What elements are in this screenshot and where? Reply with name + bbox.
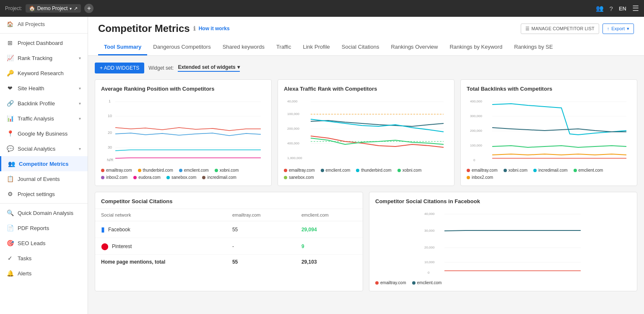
manage-competitor-list-button[interactable]: ☰ MANAGE COMPETITOR LIST	[521, 24, 599, 34]
sidebar-label-project-dashboard: Project Dashboard	[18, 40, 63, 46]
legend-emailtray: emailtray.com	[375, 280, 406, 285]
content-area: + ADD WIDGETS Widget set: Extended set o…	[88, 56, 644, 298]
sidebar-item-quick-domain[interactable]: 🔍 Quick Domain Analysis	[0, 205, 88, 220]
tab-rankings-by-se[interactable]: Rankings by SE	[508, 39, 559, 55]
total-backlinks-svg: 400,000 300,000 200,000 100,000 0	[467, 96, 631, 163]
project-selector[interactable]: 🏠 Demo Project ▾ ↗	[26, 4, 81, 13]
home-icon: 🏠	[7, 21, 13, 27]
keyword-icon: 🔑	[7, 70, 13, 76]
sidebar-label-competitor-metrics: Competitor Metrics	[19, 161, 68, 167]
how-it-works-link[interactable]: How it works	[199, 26, 230, 31]
tab-link-profile[interactable]: Link Profile	[297, 39, 336, 55]
sidebar-item-rank-tracking[interactable]: 📈 Rank Tracking ▾	[0, 50, 88, 65]
emclient-cell: 9	[296, 238, 363, 255]
sidebar-label-rank-tracking: Rank Tracking	[18, 55, 52, 61]
hamburger-menu[interactable]: ☰	[632, 4, 639, 13]
footer-emailtray: 55	[226, 255, 296, 270]
svg-text:100,000: 100,000	[287, 112, 299, 116]
svg-text:400,000: 400,000	[287, 141, 299, 145]
topbar-right: 👥 ? EN ☰	[596, 4, 639, 13]
legend-incredimail: incredimail.com	[202, 175, 236, 180]
facebook-chart-title: Competitor Social Citations in Facebook	[375, 198, 631, 204]
tab-shared-keywords[interactable]: Shared keywords	[217, 39, 270, 55]
chevron-icon: ▾	[79, 56, 81, 60]
sidebar-item-google-my-business[interactable]: 📍 Google My Business	[0, 126, 88, 141]
sidebar-item-tasks[interactable]: ✓ Tasks	[0, 251, 88, 266]
facebook-chart-card: Competitor Social Citations in Facebook …	[369, 192, 637, 291]
settings-icon: ⚙	[7, 191, 13, 197]
total-backlinks-chart: Total Backlinks with Competitors 400,000…	[460, 79, 637, 186]
tab-social-citations[interactable]: Social Citations	[336, 39, 385, 55]
add-project-button[interactable]: +	[84, 4, 93, 13]
add-widgets-button[interactable]: + ADD WIDGETS	[95, 63, 144, 73]
tab-rankings-by-keyword[interactable]: Rankings by Keyword	[444, 39, 508, 55]
footer-emclient: 29,103	[296, 255, 363, 270]
legend-sanebox: sanebox.com	[166, 175, 196, 180]
tasks-icon: ✓	[7, 255, 13, 262]
all-projects-label: All Projects	[18, 21, 45, 27]
sidebar-item-competitor-metrics[interactable]: 👥 Competitor Metrics	[0, 156, 88, 171]
info-icon[interactable]: ℹ	[193, 25, 195, 32]
tab-rankings-overview[interactable]: Rankings Overview	[385, 39, 444, 55]
svg-text:10: 10	[108, 114, 112, 118]
tab-bar: Tool Summary Dangerous Competitors Share…	[98, 39, 634, 55]
sidebar-item-traffic-analysis[interactable]: 📊 Traffic Analysis ▾	[0, 111, 88, 126]
alexa-traffic-title: Alexa Traffic Rank with Competitors	[284, 86, 448, 92]
tab-traffic[interactable]: Traffic	[270, 39, 297, 55]
quick-domain-icon: 🔍	[7, 209, 13, 216]
sidebar-label-keyword-research: Keyword Research	[18, 70, 64, 76]
tab-dangerous-competitors[interactable]: Dangerous Competitors	[147, 39, 216, 55]
sidebar-label-tasks: Tasks	[18, 255, 31, 262]
sidebar-item-keyword-research[interactable]: 🔑 Keyword Research	[0, 65, 88, 81]
charts-row: Average Ranking Position with Competitor…	[95, 79, 637, 186]
sidebar-item-site-health[interactable]: ❤ Site Health ▾	[0, 81, 88, 96]
list-icon: ☰	[525, 26, 530, 31]
avg-ranking-title: Average Ranking Position with Competitor…	[101, 86, 265, 92]
table-row: ⬤ Pinterest - 9	[95, 238, 363, 255]
col-emailtray: emailtray.com	[226, 209, 296, 221]
sidebar-item-journal[interactable]: 📋 Journal of Events	[0, 171, 88, 186]
svg-text:200,000: 200,000	[470, 129, 482, 133]
avg-ranking-chart: Average Ranking Position with Competitor…	[95, 79, 272, 186]
svg-text:30: 30	[108, 145, 112, 149]
sidebar-item-project-settings[interactable]: ⚙ Project settings	[0, 186, 88, 201]
legend-eudora: eudora.com	[133, 175, 161, 180]
svg-text:30,000: 30,000	[424, 229, 435, 233]
widget-set-selector[interactable]: Extended set of widgets ▾	[178, 64, 239, 72]
total-backlinks-area: 400,000 300,000 200,000 100,000 0	[467, 96, 631, 165]
svg-text:40,000: 40,000	[424, 212, 435, 216]
export-button[interactable]: ↑ Export ▾	[602, 24, 634, 34]
sidebar-item-social-analytics[interactable]: 💬 Social Analytics ▾	[0, 141, 88, 156]
sidebar-label-journal: Journal of Events	[18, 176, 60, 182]
sidebar-label-seo-leads: SEO Leads	[18, 240, 46, 246]
avg-ranking-svg: 1 10 20 30 N/R	[101, 96, 265, 163]
site-health-icon: ❤	[7, 85, 13, 92]
social-citations-table: Social network emailtray.com emclient.co…	[95, 209, 363, 269]
svg-text:100,000: 100,000	[470, 144, 482, 147]
facebook-chart-svg: 40,000 30,000 20,000 10,000 0	[375, 209, 631, 276]
sidebar-item-alerts[interactable]: 🔔 Alerts	[0, 266, 88, 281]
legend-emailtray: emailtray.com	[101, 168, 132, 173]
sidebar-item-project-dashboard[interactable]: ⊞ Project Dashboard	[0, 35, 88, 50]
facebook-legend: emailtray.com emclient.com	[375, 280, 631, 285]
sidebar-item-all-projects[interactable]: 🏠 All Projects	[0, 17, 88, 31]
svg-text:0: 0	[473, 158, 475, 162]
sidebar-item-seo-leads[interactable]: 🎯 SEO Leads	[0, 236, 88, 251]
tab-tool-summary[interactable]: Tool Summary	[98, 39, 147, 55]
legend-emailtray: emailtray.com	[284, 168, 315, 173]
sidebar-label-traffic-analysis: Traffic Analysis	[18, 115, 54, 122]
help-icon[interactable]: ?	[610, 5, 613, 12]
sidebar-item-backlink-profile[interactable]: 🔗 Backlink Profile ▾	[0, 96, 88, 111]
alexa-traffic-legend: emailtray.com emclient.com thunderbird.c…	[284, 168, 448, 180]
svg-text:300,000: 300,000	[470, 114, 482, 118]
users-icon[interactable]: 👥	[596, 5, 604, 12]
alexa-traffic-area: 40,000 100,000 200,000 400,000 1,000,000	[284, 96, 448, 165]
svg-text:20,000: 20,000	[424, 246, 435, 249]
widget-set-label: Widget set:	[148, 65, 174, 71]
sidebar-label-google-my-business: Google My Business	[18, 131, 68, 137]
sidebar-item-pdf-reports[interactable]: 📄 PDF Reports	[0, 220, 88, 236]
sidebar-label-backlink-profile: Backlink Profile	[18, 100, 55, 107]
competitor-icon: 👥	[8, 160, 15, 167]
language-selector[interactable]: EN	[619, 5, 626, 12]
seo-leads-icon: 🎯	[7, 240, 13, 246]
